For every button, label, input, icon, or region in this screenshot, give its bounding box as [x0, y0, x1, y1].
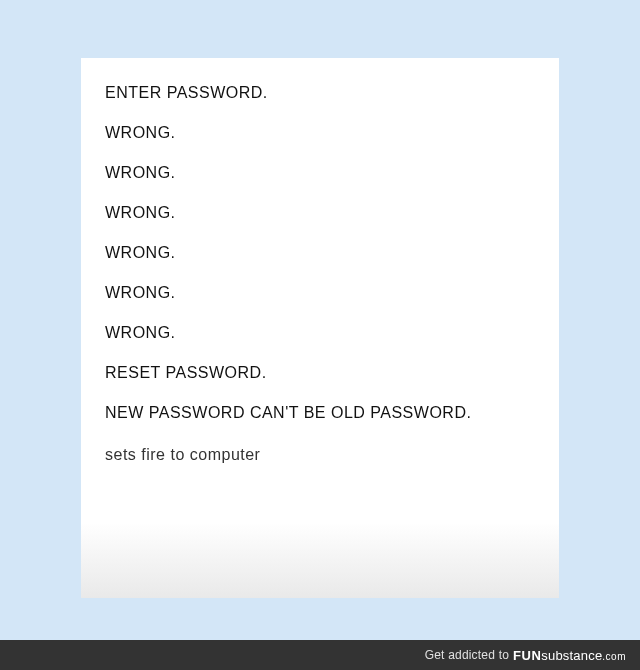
brand-rest: substance [541, 648, 602, 663]
text-line: WRONG. [105, 244, 539, 262]
image-stage: ENTER PASSWORD. WRONG. WRONG. WRONG. WRO… [0, 0, 640, 640]
footer-bar: Get addicted to FUNsubstance.com [0, 640, 640, 670]
text-line: RESET PASSWORD. [105, 364, 539, 382]
brand-tld: .com [602, 651, 626, 662]
text-line: WRONG. [105, 284, 539, 302]
text-line: WRONG. [105, 324, 539, 342]
text-line: NEW PASSWORD CAN'T BE OLD PASSWORD. [105, 404, 539, 422]
footer-brand[interactable]: FUNsubstance.com [513, 648, 626, 663]
punchline: sets fire to computer [105, 446, 539, 464]
text-line: WRONG. [105, 124, 539, 142]
text-line: WRONG. [105, 204, 539, 222]
text-line: ENTER PASSWORD. [105, 84, 539, 102]
brand-bold: FUN [513, 648, 541, 663]
footer-lead-text: Get addicted to [425, 648, 509, 662]
meme-card: ENTER PASSWORD. WRONG. WRONG. WRONG. WRO… [81, 58, 559, 598]
text-line: WRONG. [105, 164, 539, 182]
